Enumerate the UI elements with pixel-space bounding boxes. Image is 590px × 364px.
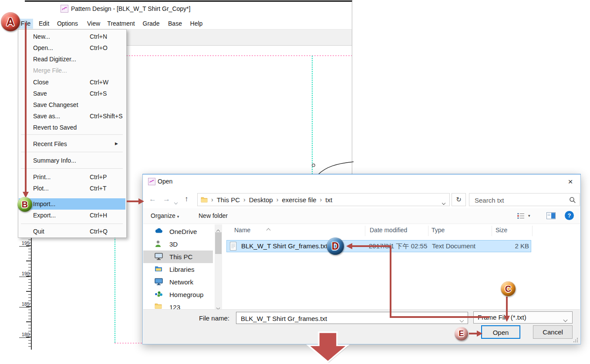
text-document-icon: [230, 242, 236, 250]
window-right-border: [352, 1, 352, 174]
menu-treatment[interactable]: Treatment: [106, 19, 136, 29]
preview-pane-icon[interactable]: [546, 212, 556, 219]
column-header-name[interactable]: Name: [234, 227, 250, 234]
computer-icon: [155, 253, 163, 260]
file-date-modified: 2017/8/1 下午 02:55: [369, 242, 427, 250]
breadcrumb-separator-icon: ›: [276, 196, 279, 203]
column-header-type[interactable]: Type: [432, 227, 445, 234]
user-icon: [155, 240, 162, 247]
menu-separator: [21, 134, 123, 135]
callout-b: B: [17, 197, 32, 212]
breadcrumb-dropdown-icon[interactable]: [442, 198, 445, 206]
sidebar-item-libraries[interactable]: Libraries: [143, 263, 213, 276]
ruler-major-ticks: [26, 245, 31, 340]
column-divider: [365, 226, 365, 236]
sidebar-item-this-pc[interactable]: This PC: [143, 250, 213, 263]
organize-button[interactable]: Organize ▾: [151, 212, 179, 219]
file-menu-item-save[interactable]: Save Ctrl+S: [19, 88, 125, 99]
callout-a: A: [1, 12, 20, 31]
column-header-date-modified[interactable]: Date modified: [370, 227, 407, 234]
refresh-button[interactable]: ↻: [452, 193, 466, 206]
callout-d: D: [327, 237, 344, 255]
menu-grade[interactable]: Grade: [141, 19, 161, 29]
file-menu-item-merge-file: Merge File...: [19, 65, 125, 76]
file-menu-item-read-digitizer[interactable]: Read Digitizer...: [19, 53, 125, 65]
breadcrumb-desktop[interactable]: Desktop: [249, 196, 273, 204]
menu-options[interactable]: Options: [55, 19, 80, 29]
forward-icon[interactable]: →: [163, 195, 170, 204]
sidebar-item-onedrive[interactable]: OneDrive: [143, 225, 213, 238]
new-folder-button[interactable]: New folder: [199, 212, 228, 219]
cancel-button[interactable]: Cancel: [533, 325, 573, 339]
file-type: Text Document: [432, 242, 475, 250]
file-name-input[interactable]: [240, 314, 455, 323]
search-input[interactable]: [474, 195, 567, 205]
combo-dropdown-icon[interactable]: [460, 316, 463, 323]
file-row[interactable]: BLK_W_T Shirt Gr_frames.txt 2017/8/1 下午 …: [226, 240, 531, 252]
sidebar-item-homegroup[interactable]: Homegroup: [143, 288, 213, 301]
column-divider: [428, 226, 428, 236]
file-menu-item-quit[interactable]: Quit Ctrl+Q: [19, 226, 125, 237]
open-button[interactable]: Open: [481, 325, 520, 339]
breadcrumb-separator-icon: ›: [320, 196, 322, 203]
file-name-combobox[interactable]: [236, 312, 468, 324]
menu-separator: [21, 224, 123, 224]
close-icon[interactable]: ×: [561, 174, 580, 189]
sidebar-scrollbar[interactable]: [215, 224, 222, 309]
file-menu-item-print[interactable]: Print... Ctrl+P: [19, 171, 125, 183]
sort-ascending-icon: [267, 226, 270, 233]
file-menu-item-revert-to-saved[interactable]: Revert to Saved: [19, 122, 125, 133]
scrollbar-thumb[interactable]: [215, 232, 222, 254]
sidebar-item-network[interactable]: Network: [143, 276, 213, 288]
search-icon: [569, 197, 576, 204]
view-options-icon[interactable]: [517, 213, 525, 219]
file-menu-item-save-changeset[interactable]: Save Changeset: [19, 99, 125, 110]
breadcrumb-separator-icon: ›: [243, 196, 246, 203]
help-button[interactable]: ?: [565, 211, 574, 220]
view-dropdown-arrow-icon[interactable]: ▾: [528, 214, 530, 218]
file-menu-item-open[interactable]: Open... Ctrl+O: [19, 42, 125, 53]
file-size: 2 KB: [501, 242, 529, 250]
pattern-guide-pink-bottom: [115, 343, 142, 344]
breadcrumb-txt[interactable]: txt: [325, 196, 332, 204]
file-menu-item-new[interactable]: New... Ctrl+N: [19, 31, 125, 42]
submenu-arrow-icon: ▶: [115, 141, 118, 146]
up-icon[interactable]: ↑: [185, 195, 189, 204]
menu-help[interactable]: Help: [188, 19, 205, 29]
type-dropdown-icon: [564, 315, 567, 323]
libraries-icon: [155, 265, 162, 272]
file-menu-item-summary-info[interactable]: Summary Info...: [19, 155, 125, 166]
column-header-size[interactable]: Size: [496, 227, 507, 234]
file-type-dropdown[interactable]: Frame File (*.txt): [473, 311, 573, 324]
column-divider: [492, 226, 492, 236]
menu-file[interactable]: File: [18, 19, 33, 29]
file-menu-item-import[interactable]: Import...: [19, 198, 125, 210]
open-dialog: Open × ← → ↑ › This PC › Desktop › exerc…: [142, 174, 581, 344]
file-menu-item-export[interactable]: Export... Ctrl+H: [19, 210, 125, 221]
menu-separator: [21, 152, 123, 152]
callout-e: E: [455, 327, 468, 341]
folder-icon: [201, 197, 208, 203]
breadcrumb-this-pc[interactable]: This PC: [217, 196, 240, 204]
menu-view[interactable]: View: [84, 19, 103, 29]
file-menu-item-plot[interactable]: Plot... Ctrl+T: [19, 183, 125, 194]
back-icon[interactable]: ←: [149, 195, 156, 204]
folder-icon: [155, 303, 162, 309]
recent-locations-chevron-icon[interactable]: [175, 198, 177, 205]
menu-base[interactable]: Base: [167, 19, 183, 29]
command-bar: Organize ▾ New folder ▾ ?: [143, 208, 580, 224]
sidebar-item-3d[interactable]: 3D: [143, 238, 213, 250]
file-menu-item-save-as[interactable]: Save as... Ctrl+Shift+S: [19, 110, 125, 122]
screen: Pattern Design - [BLK_W_T Shirt Gr_Copy*…: [0, 0, 590, 364]
ruler-label: 185: [19, 301, 30, 307]
network-icon: [155, 278, 163, 285]
file-menu-item-close[interactable]: Close Ctrl+W: [19, 77, 125, 88]
ruler-label: 195: [19, 240, 30, 247]
ruler-line: [31, 237, 32, 350]
file-menu-item-recent-files[interactable]: Recent Files ▶: [19, 138, 125, 150]
window-title: Pattern Design - [BLK_W_T Shirt Gr_Copy*…: [71, 5, 190, 12]
pattern-curve: [305, 159, 355, 176]
resize-grip-icon[interactable]: [573, 337, 579, 342]
menu-edit[interactable]: Edit: [36, 19, 52, 29]
breadcrumb-exercise-file[interactable]: exercise file: [282, 196, 316, 204]
